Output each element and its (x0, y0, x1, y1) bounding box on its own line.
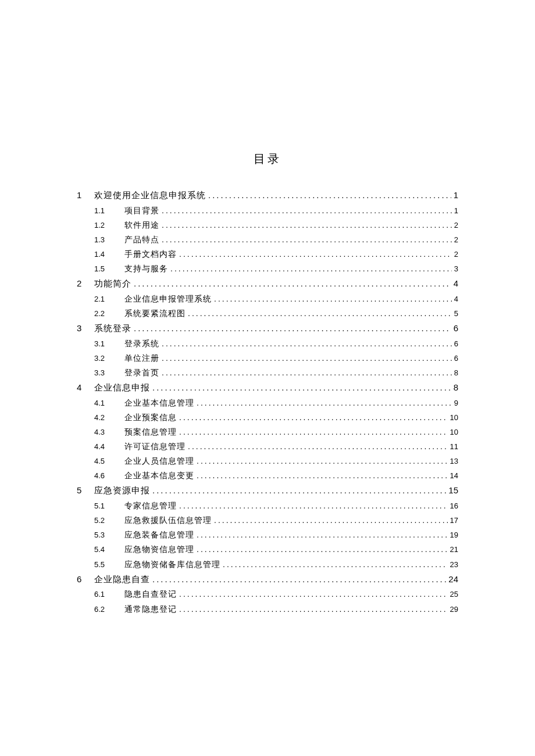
toc-entry-label: 企业信息申报管理系统 (124, 292, 212, 306)
toc-entry[interactable]: 5.2应急救援队伍信息管理17 (77, 513, 458, 528)
toc-entry[interactable]: 1.2软件用途2 (77, 218, 458, 232)
toc-entry[interactable]: 3.1登录系统6 (77, 336, 458, 351)
toc-entry[interactable]: 5.3应急装备信息管理19 (77, 528, 458, 542)
toc-entry[interactable]: 2.2系统要紧流程图5 (77, 306, 458, 321)
toc-entry-page: 6 (454, 338, 458, 350)
toc-entry-page: 5 (454, 307, 458, 320)
toc-entry-page: 13 (450, 455, 458, 468)
toc-entry[interactable]: 2.1企业信息申报管理系统4 (77, 292, 458, 306)
toc-dots (223, 557, 448, 571)
toc-entry-page: 14 (450, 470, 458, 482)
toc-entry-page: 9 (454, 397, 458, 410)
toc-entry-page: 2 (454, 234, 458, 246)
toc-entry-number: 3.3 (94, 367, 124, 379)
toc-entry[interactable]: 4.6企业基本信息变更14 (77, 468, 458, 483)
toc-dots (134, 321, 451, 336)
toc-dots (197, 468, 448, 482)
toc-entry-label: 单位注册 (124, 352, 159, 366)
toc-entry-number: 2 (77, 276, 94, 291)
toc-entry-label: 企业基本信息变更 (124, 469, 194, 483)
toc-entry-page: 8 (454, 367, 458, 379)
toc-entry[interactable]: 5.1专家信息管理16 (77, 499, 458, 513)
toc-entry-label: 欢迎使用企业信息申报系统 (94, 188, 206, 203)
toc-entry[interactable]: 1.4手册文档内容2 (77, 247, 458, 261)
toc-entry-label: 产品特点 (124, 233, 159, 247)
toc-entry-label: 许可证信息管理 (124, 440, 186, 454)
toc-entry[interactable]: 1.5支持与服务3 (77, 261, 458, 276)
toc-entry-number: 1.4 (94, 248, 124, 261)
toc-entry-page: 11 (450, 440, 458, 453)
toc-entry-number: 5.5 (94, 558, 124, 571)
toc-entry[interactable]: 5.5应急物资储备库信息管理23 (77, 557, 458, 572)
toc-dots (162, 232, 452, 246)
toc-entry-page: 19 (450, 529, 458, 542)
toc-entry-label: 登录首页 (124, 366, 159, 380)
toc-entry-page: 1 (454, 205, 458, 217)
toc-entry-label: 企业信息申报 (94, 381, 150, 396)
toc-entry[interactable]: 4.1企业基本信息管理9 (77, 396, 458, 410)
toc-entry-label: 应急物资储备库信息管理 (124, 558, 220, 572)
toc-entry[interactable]: 5.4应急物资信息管理21 (77, 542, 458, 557)
toc-entry[interactable]: 2功能简介4 (77, 276, 458, 292)
toc-entry[interactable]: 3.2单位注册6 (77, 351, 458, 366)
toc-entry[interactable]: 1.3产品特点2 (77, 232, 458, 247)
toc-entry[interactable]: 4企业信息申报8 (77, 380, 458, 396)
toc-entry[interactable]: 4.5企业人员信息管理13 (77, 454, 458, 468)
toc-entry-page: 6 (454, 321, 458, 336)
toc-dots (162, 336, 452, 350)
toc-entry-number: 5.3 (94, 529, 124, 542)
toc-entry-page: 29 (450, 603, 458, 616)
toc-entry[interactable]: 3.3登录首页8 (77, 366, 458, 380)
toc-entry-number: 5.2 (94, 514, 124, 527)
toc-entry-number: 4.4 (94, 440, 124, 453)
toc-entry[interactable]: 4.4许可证信息管理11 (77, 439, 458, 454)
toc-entry-page: 23 (450, 558, 458, 571)
toc-dots (152, 380, 451, 395)
toc-dots (179, 425, 448, 439)
toc-entry-number: 4.2 (94, 411, 124, 424)
toc-entry-page: 21 (450, 543, 458, 556)
toc-entry-label: 应急资源申报 (94, 483, 150, 499)
toc-entry-label: 隐患自查登记 (124, 587, 177, 601)
toc-entry-page: 8 (454, 380, 458, 395)
toc-entry-label: 系统登录 (94, 321, 131, 336)
toc-entry-number: 4 (77, 380, 94, 395)
toc-entry-label: 项目背景 (124, 204, 159, 218)
toc-entry[interactable]: 6.1隐患自查登记25 (77, 587, 458, 601)
toc-entry-number: 6 (77, 572, 94, 587)
toc-entry-label: 通常隐患登记 (124, 603, 177, 617)
toc-entry[interactable]: 4.3预案信息管理10 (77, 425, 458, 439)
toc-entry-label: 手册文档内容 (124, 248, 177, 261)
toc-entry-page: 16 (450, 500, 458, 513)
toc-entry[interactable]: 4.2企业预案信息10 (77, 410, 458, 425)
toc-dots (134, 276, 451, 291)
toc-entry[interactable]: 3系统登录6 (77, 321, 458, 336)
toc-dots (152, 572, 446, 587)
toc-entry[interactable]: 6企业隐患自查24 (77, 572, 458, 587)
toc-entry-page: 2 (454, 219, 458, 232)
toc-entry[interactable]: 6.2通常隐患登记29 (77, 602, 458, 617)
toc-entry[interactable]: 1欢迎使用企业信息申报系统1 (77, 188, 458, 203)
toc-dots (162, 203, 452, 217)
toc-entry-number: 3.1 (94, 338, 124, 350)
toc-entry[interactable]: 1.1项目背景1 (77, 203, 458, 218)
toc-entry-page: 25 (450, 588, 458, 601)
toc-entry-label: 功能简介 (94, 277, 131, 292)
toc-entry-page: 4 (454, 276, 458, 291)
toc-dots (170, 261, 452, 275)
toc-entry-number: 2.1 (94, 293, 124, 306)
toc-dots (188, 439, 448, 453)
toc-entry[interactable]: 5应急资源申报15 (77, 483, 458, 499)
toc-entry-label: 软件用途 (124, 218, 159, 232)
toc-entry-number: 5 (77, 483, 94, 498)
toc-title: 目录 (0, 151, 535, 167)
toc-entry-number: 5.4 (94, 543, 124, 556)
toc-dots (162, 366, 452, 379)
toc-dots (188, 306, 452, 320)
toc-entry-number: 6.1 (94, 588, 124, 601)
toc-entry-number: 4.3 (94, 426, 124, 439)
toc-dots (197, 528, 448, 542)
toc-dots (208, 188, 451, 203)
toc-dots (179, 247, 452, 261)
toc-dots (179, 499, 448, 513)
